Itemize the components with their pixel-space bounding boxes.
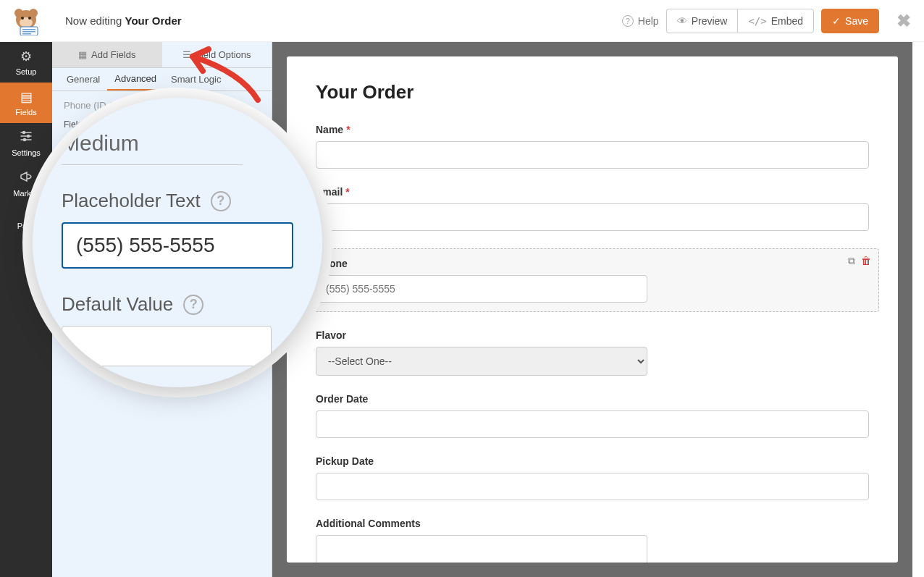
tab-add-fields-label: Add Fields	[91, 49, 135, 60]
bear-logo-icon	[10, 7, 42, 35]
tab-field-options-label: Field Options	[196, 49, 251, 60]
subtab-advanced[interactable]: Advanced	[107, 68, 164, 90]
editing-title: Your Order	[125, 14, 182, 27]
help-icon[interactable]: ?	[211, 191, 231, 211]
additional-textarea[interactable]	[316, 535, 647, 563]
help-label: Help	[638, 15, 659, 27]
help-link[interactable]: ? Help	[622, 15, 659, 27]
preview-label: Preview	[692, 15, 728, 27]
placeholder-label: Placeholder Text	[62, 190, 201, 212]
zoom-callout: Medium Placeholder Text ? Default Value …	[33, 98, 322, 387]
close-button[interactable]: ✖	[896, 11, 911, 31]
svg-point-13	[23, 131, 25, 133]
sliders-icon	[20, 130, 33, 146]
help-icon: ?	[622, 15, 634, 27]
nav-marketing-label: Mark…	[13, 189, 38, 198]
tab-add-fields[interactable]: ▦ Add Fields	[52, 42, 162, 67]
flavor-label: Flavor	[316, 329, 869, 341]
editing-label: Now editing Your Order	[65, 14, 182, 27]
trash-icon[interactable]: 🗑	[861, 255, 871, 267]
subtab-smart-logic[interactable]: Smart Logic	[164, 68, 228, 90]
fields-icon: ▤	[20, 89, 33, 105]
check-icon: ✓	[832, 15, 841, 27]
tab-field-options[interactable]: ☰ Field Options	[162, 42, 272, 67]
field-name: Phone	[64, 100, 93, 111]
order-date-label: Order Date	[316, 393, 869, 405]
phone-input[interactable]	[316, 275, 647, 303]
svg-rect-7	[22, 29, 35, 30]
embed-label: Embed	[771, 15, 803, 27]
copy-icon[interactable]: ⧉	[848, 255, 855, 267]
embed-button[interactable]: </> Embed	[737, 9, 814, 33]
flavor-select[interactable]: --Select One--	[316, 347, 647, 376]
placeholder-text-input[interactable]	[62, 222, 293, 269]
default-value-label: Default Value	[62, 293, 173, 316]
name-label: Name*	[316, 124, 869, 135]
phone-field-selected[interactable]: ⧉ 🗑 Phone	[306, 248, 879, 312]
order-date-input[interactable]	[316, 410, 869, 438]
grid-icon: ▦	[78, 49, 87, 60]
field-size-value[interactable]: Medium	[62, 127, 243, 165]
pickup-date-label: Pickup Date	[316, 455, 869, 467]
svg-rect-8	[22, 31, 35, 33]
form-title: Your Order	[316, 81, 869, 104]
pickup-date-input[interactable]	[316, 473, 869, 500]
nav-fields-label: Fields	[15, 108, 36, 117]
svg-point-15	[24, 138, 26, 140]
save-label: Save	[845, 15, 868, 27]
default-value-input[interactable]	[62, 326, 272, 366]
name-input[interactable]	[316, 141, 869, 169]
svg-rect-9	[22, 33, 31, 35]
save-button[interactable]: ✓ Save	[821, 9, 879, 33]
editing-prefix: Now editing	[65, 14, 125, 27]
nav-settings-label: Settings	[12, 148, 41, 157]
eye-icon: 👁	[677, 15, 687, 27]
email-label: Email*	[316, 186, 869, 198]
help-icon[interactable]: ?	[183, 295, 203, 315]
nav-payments-label: Pa…	[17, 222, 35, 230]
nav-settings[interactable]: Settings	[0, 123, 52, 164]
svg-point-4	[21, 17, 24, 20]
svg-point-5	[28, 17, 31, 20]
gear-icon: ⚙	[20, 49, 32, 64]
subtab-general[interactable]: General	[59, 68, 107, 90]
required-asterisk: *	[345, 186, 349, 198]
brand-logo	[0, 0, 52, 42]
additional-label: Additional Comments	[316, 518, 869, 529]
required-asterisk: *	[346, 124, 350, 135]
svg-point-14	[28, 135, 30, 137]
sliders-icon: ☰	[182, 49, 191, 60]
phone-label: Phone	[316, 258, 868, 269]
email-input[interactable]	[316, 203, 869, 231]
preview-button[interactable]: 👁 Preview	[666, 9, 738, 33]
code-icon: </>	[748, 15, 766, 27]
nav-setup[interactable]: ⚙ Setup	[0, 42, 52, 83]
nav-setup-label: Setup	[16, 67, 37, 76]
nav-fields[interactable]: ▤ Fields	[0, 83, 52, 123]
bullhorn-icon	[20, 171, 33, 186]
